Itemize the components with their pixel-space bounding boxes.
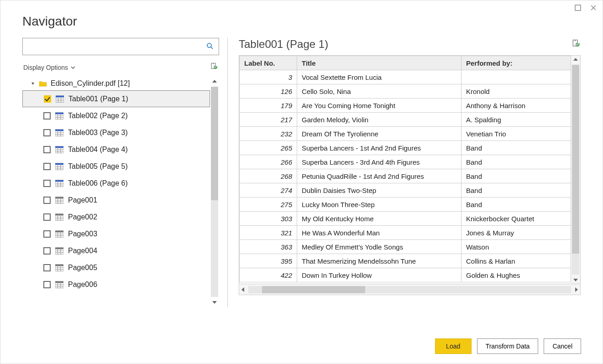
table-row[interactable]: 303My Old Kentucky HomeKnickerbocker Qua… [240, 212, 571, 226]
cell-performed-by: Jones & Murray [461, 226, 571, 240]
table-row[interactable]: 268Petunia QuadRille - 1st And 2nd Figur… [240, 169, 571, 183]
cell-title: Medley Of Emmett's Yodle Songs [297, 240, 461, 254]
table-row[interactable]: 274Dublin Daisies Two-StepBand [240, 183, 571, 198]
page-icon [55, 197, 63, 204]
cell-performed-by: Kronold [461, 84, 571, 99]
checkbox[interactable] [43, 129, 51, 136]
scroll-up-icon[interactable] [572, 56, 579, 63]
grid-vscroll-thumb[interactable] [572, 65, 579, 275]
checkbox[interactable] [44, 95, 51, 103]
table-row[interactable]: 232Dream Of The TyrolienneVenetian Trio [240, 127, 571, 141]
svg-rect-26 [55, 281, 63, 283]
tree-root[interactable]: Edison_Cylinder.pdf [12] [22, 77, 210, 90]
tree-item-label: Page005 [68, 264, 97, 272]
cell-title: Petunia QuadRille - 1st And 2nd Figures [297, 169, 461, 183]
svg-rect-22 [55, 247, 63, 249]
checkbox[interactable] [43, 247, 51, 255]
search-input-container[interactable] [22, 38, 219, 55]
load-button[interactable]: Load [435, 338, 472, 354]
search-input[interactable] [27, 42, 206, 51]
svg-point-1 [207, 43, 211, 47]
svg-rect-6 [55, 112, 63, 114]
table-row[interactable]: 266Superba Lancers - 3rd And 4th Figures… [240, 155, 571, 169]
cell-performed-by: Golden & Hughes [461, 268, 571, 282]
svg-rect-0 [575, 5, 581, 10]
page-icon [55, 264, 63, 271]
tree-item[interactable]: Table006 (Page 6) [22, 175, 210, 192]
refresh-preview-icon[interactable] [572, 39, 581, 50]
tree-scrollbar-thumb[interactable] [211, 87, 218, 297]
table-row[interactable]: 3Vocal Sextette From Lucia [240, 70, 571, 84]
table-row[interactable]: 275Lucky Moon Three-StepBand [240, 198, 571, 212]
table-row[interactable]: 179Are You Coming Home TonightAnthony & … [240, 99, 571, 113]
checkbox[interactable] [43, 197, 51, 204]
checkbox[interactable] [43, 264, 51, 271]
column-header[interactable]: Performed by: [461, 56, 571, 70]
tree-item[interactable]: Table002 (Page 2) [22, 107, 210, 124]
tree-item[interactable]: Table005 (Page 5) [22, 158, 210, 175]
maximize-icon[interactable] [574, 4, 582, 11]
dialog-footer: Load Transform Data Cancel [435, 338, 581, 354]
table-row[interactable]: 217Garden Melody, ViolinA. Spalding [240, 113, 571, 127]
cell-performed-by: A. Spalding [461, 113, 571, 127]
grid-vertical-scrollbar[interactable] [571, 56, 580, 284]
svg-rect-8 [55, 129, 63, 131]
tree-item[interactable]: Page001 [22, 192, 210, 208]
tree-item-label: Page001 [68, 196, 97, 204]
preview-grid: Label No. Title Performed by: 3Vocal Sex… [239, 55, 581, 284]
table-row[interactable]: 126Cello Solo, NinaKronold [240, 84, 571, 99]
scroll-up-icon[interactable] [211, 78, 218, 85]
scroll-down-icon[interactable] [572, 276, 579, 284]
cell-label-no: 274 [240, 183, 297, 198]
scroll-left-icon[interactable] [239, 286, 246, 293]
table-row[interactable]: 321He Was A Wonderful ManJones & Murray [240, 226, 571, 240]
tree-item[interactable]: Page004 [22, 242, 210, 259]
tree-item-label: Table006 (Page 6) [68, 179, 128, 187]
table-row[interactable]: 363Medley Of Emmett's Yodle SongsWatson [240, 240, 571, 254]
checkbox[interactable] [43, 180, 51, 187]
tree-item[interactable]: Table004 (Page 4) [22, 141, 210, 158]
checkbox[interactable] [43, 146, 51, 153]
cell-title: Dublin Daisies Two-Step [297, 183, 461, 198]
scroll-right-icon[interactable] [573, 286, 580, 293]
tree-item-label: Table005 (Page 5) [68, 162, 128, 171]
cancel-button[interactable]: Cancel [544, 338, 581, 354]
tree-item-label: Table001 (Page 1) [68, 95, 128, 103]
column-header[interactable]: Title [297, 56, 461, 70]
tree-item[interactable]: Page003 [22, 225, 210, 242]
collapse-icon[interactable] [31, 81, 35, 86]
cell-performed-by: Watson [461, 240, 571, 254]
close-icon[interactable] [590, 4, 597, 11]
checkbox[interactable] [43, 112, 51, 120]
table-row[interactable]: 265Superba Lancers - 1st And 2nd Figures… [240, 141, 571, 155]
column-header[interactable]: Label No. [240, 56, 297, 70]
checkbox[interactable] [43, 281, 51, 288]
checkbox[interactable] [43, 163, 51, 170]
tree-item[interactable]: Page006 [22, 276, 210, 293]
tree-item[interactable]: Table001 (Page 1) [22, 90, 210, 107]
checkbox[interactable] [43, 230, 51, 238]
transform-data-button[interactable]: Transform Data [477, 338, 539, 354]
tree-scrollbar[interactable] [210, 77, 219, 307]
tree-item[interactable]: Table003 (Page 3) [22, 124, 210, 141]
checkbox[interactable] [43, 213, 51, 221]
cell-title: Garden Melody, Violin [297, 113, 461, 127]
search-icon[interactable] [206, 42, 214, 52]
tree-item-label: Table004 (Page 4) [68, 146, 128, 154]
table-row[interactable]: 422Down In Turkey HollowGolden & Hughes [240, 268, 571, 282]
cell-performed-by: Band [461, 155, 571, 169]
table-row[interactable]: 395That Mesmerizing Mendelssohn TuneColl… [240, 254, 571, 268]
grid-horizontal-scrollbar[interactable] [239, 284, 581, 295]
cell-title: Lucky Moon Three-Step [297, 198, 461, 212]
display-options-dropdown[interactable]: Display Options [23, 64, 75, 71]
cell-performed-by: Knickerbocker Quartet [461, 212, 571, 226]
tree-item[interactable]: Page005 [22, 259, 210, 276]
grid-hscroll-thumb[interactable] [248, 286, 571, 293]
cell-label-no: 126 [240, 84, 297, 99]
cell-title: Superba Lancers - 3rd And 4th Figures [297, 155, 461, 169]
cell-performed-by: Band [461, 183, 571, 198]
refresh-tree-icon[interactable] [210, 62, 218, 72]
cell-performed-by: Venetian Trio [461, 127, 571, 141]
scroll-down-icon[interactable] [211, 299, 218, 306]
tree-item[interactable]: Page002 [22, 208, 210, 225]
